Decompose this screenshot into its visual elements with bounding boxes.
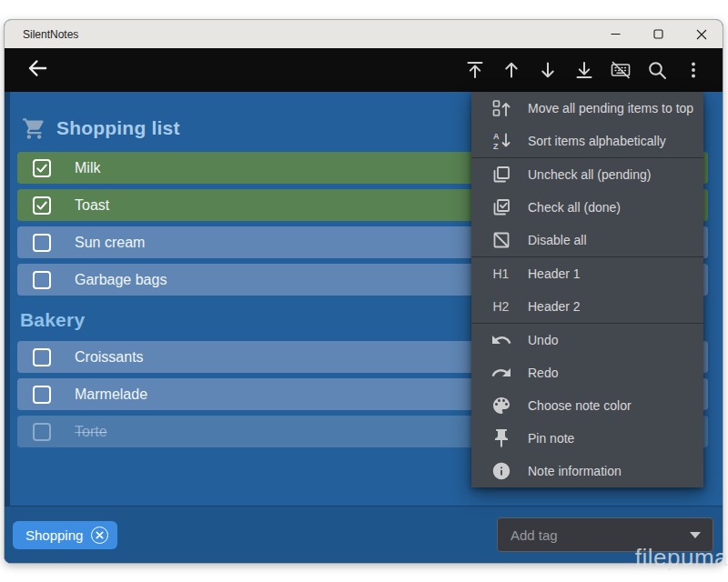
back-arrow-icon (25, 56, 49, 84)
checkbox-checked-icon[interactable] (33, 196, 51, 215)
item-label: Torte (75, 424, 107, 440)
menu-item-label: Disable all (528, 233, 587, 247)
menu-item-label: Redo (528, 366, 558, 380)
remove-tag-icon[interactable] (91, 527, 108, 544)
note-body: Shopping list MilkToastSun creamGarbage … (5, 92, 723, 563)
menu-item-label: Sort items alphabetically (528, 134, 666, 148)
item-label: Garbage bags (75, 272, 167, 288)
arrow-down-icon (537, 59, 559, 81)
menu-item-redo[interactable]: Redo (471, 356, 703, 389)
svg-text:H1: H1 (493, 266, 510, 281)
menu-item-choose-note-color[interactable]: Choose note color (471, 389, 703, 422)
tag-label: Shopping (25, 527, 83, 543)
menu-item-label: Header 1 (528, 266, 581, 281)
close-button[interactable] (680, 20, 723, 48)
header2-icon: H2 (490, 296, 512, 317)
sort-alpha-icon: AZ (490, 130, 512, 152)
search-button[interactable] (639, 52, 675, 88)
back-button[interactable] (19, 52, 56, 88)
checkbox-unchecked-icon[interactable] (33, 271, 51, 289)
menu-item-pin-note[interactable]: Pin note (471, 422, 703, 455)
svg-text:A: A (493, 132, 500, 141)
window-controls (594, 20, 723, 48)
menu-item-label: Check all (done) (528, 200, 621, 215)
svg-text:H2: H2 (493, 299, 510, 314)
menu-item-undo[interactable]: Undo (471, 324, 703, 356)
menu-item-disable-all[interactable]: Disable all (471, 224, 703, 256)
tag-footer: Shopping Add tag (5, 506, 723, 563)
arrow-up-button[interactable] (493, 52, 530, 88)
window-title: SilentNotes (23, 28, 78, 41)
menu-item-header-1[interactable]: H1Header 1 (471, 257, 703, 290)
menu-item-label: Undo (528, 333, 558, 347)
item-label: Milk (75, 160, 100, 176)
more-vertical-button[interactable] (675, 52, 712, 88)
move-to-top-icon (464, 59, 486, 81)
note-title: Shopping list (56, 117, 180, 139)
menu-item-label: Note information (528, 464, 622, 478)
toolbar-actions (457, 52, 712, 88)
watermark: filepuma (635, 544, 728, 572)
palette-icon (490, 395, 512, 416)
toolbar (5, 48, 723, 92)
menu-item-uncheck-all-pending[interactable]: Uncheck all (pending) (471, 158, 703, 191)
item-label: Toast (75, 197, 109, 214)
add-tag-placeholder: Add tag (511, 527, 558, 543)
arrow-up-icon (500, 59, 522, 81)
app-window: SilentNotes Shopping list MilkToastSun c… (4, 19, 723, 564)
item-label: Croissants (75, 349, 144, 366)
redo-icon (490, 362, 512, 384)
search-icon (646, 59, 668, 81)
move-to-top-button[interactable] (457, 52, 493, 88)
close-icon (696, 29, 707, 40)
menu-item-check-all-done[interactable]: Check all (done) (471, 191, 703, 224)
menu-item-label: Header 2 (528, 299, 581, 314)
maximize-button[interactable] (637, 20, 680, 48)
overflow-menu: Move all pending items to topAZSort item… (471, 92, 703, 487)
tag-chip-shopping[interactable]: Shopping (13, 521, 117, 549)
maximize-icon (653, 29, 663, 39)
minimize-button[interactable] (594, 20, 637, 48)
uncheck-all-icon (490, 164, 512, 186)
checkbox-disabled-icon[interactable] (33, 423, 51, 441)
checkbox-unchecked-icon[interactable] (33, 348, 51, 366)
checkbox-unchecked-icon[interactable] (33, 386, 51, 404)
hide-keyboard-button[interactable] (602, 52, 639, 88)
arrow-down-button[interactable] (530, 52, 566, 88)
minimize-icon (611, 29, 621, 39)
menu-item-label: Uncheck all (pending) (528, 167, 651, 182)
shopping-cart-icon (22, 116, 46, 141)
menu-item-label: Choose note color (528, 398, 632, 413)
title-bar: SilentNotes (5, 20, 723, 48)
move-to-bottom-button[interactable] (566, 52, 602, 88)
menu-item-label: Pin note (528, 431, 574, 446)
item-label: Marmelade (75, 386, 147, 403)
chevron-down-icon (690, 532, 701, 538)
hide-keyboard-icon (610, 59, 632, 81)
move-pending-top-icon (490, 97, 512, 119)
menu-item-move-all-pending-items-to-top[interactable]: Move all pending items to top (471, 92, 703, 125)
header1-icon: H1 (490, 263, 512, 285)
checkbox-checked-icon[interactable] (33, 159, 51, 177)
move-to-bottom-icon (573, 59, 595, 81)
pin-icon (490, 427, 512, 449)
item-label: Sun cream (75, 235, 145, 251)
menu-item-sort-items-alphabetically[interactable]: AZSort items alphabetically (471, 125, 703, 157)
undo-icon (490, 329, 512, 351)
menu-item-label: Move all pending items to top (528, 101, 693, 115)
svg-text:Z: Z (493, 142, 499, 151)
menu-item-note-information[interactable]: Note information (471, 455, 703, 487)
more-vertical-icon (682, 59, 704, 81)
check-all-icon (490, 196, 512, 218)
info-icon (490, 460, 512, 482)
menu-item-header-2[interactable]: H2Header 2 (471, 290, 703, 323)
checkbox-unchecked-icon[interactable] (33, 234, 51, 252)
disable-all-icon (490, 229, 512, 251)
